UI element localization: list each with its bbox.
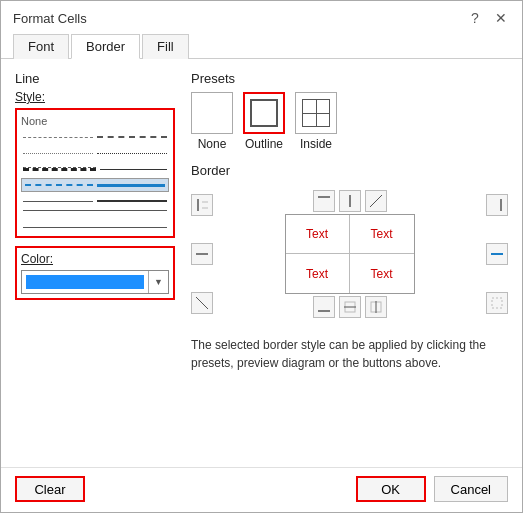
cancel-button[interactable]: Cancel bbox=[434, 476, 508, 502]
preset-none-label: None bbox=[198, 137, 227, 151]
svg-rect-15 bbox=[492, 298, 502, 308]
grid-cell-bl: Text bbox=[286, 254, 350, 293]
tab-border[interactable]: Border bbox=[71, 34, 140, 59]
border-none-icon bbox=[491, 297, 503, 309]
help-button[interactable]: ? bbox=[466, 9, 484, 27]
style-subsection-label: Style: bbox=[15, 90, 175, 104]
border-diag-icon bbox=[196, 297, 208, 309]
left-panel: Line Style: None bbox=[15, 71, 175, 455]
border-btn-right-outer[interactable] bbox=[486, 194, 508, 216]
presets-label: Presets bbox=[191, 71, 508, 86]
svg-line-4 bbox=[196, 297, 208, 309]
svg-line-7 bbox=[370, 195, 382, 207]
main-row: Line Style: None bbox=[15, 71, 508, 455]
title-bar: Format Cells ? ✕ bbox=[1, 1, 522, 27]
color-label: Color: bbox=[21, 252, 169, 266]
top-border-buttons bbox=[313, 190, 387, 212]
border-btn-vertical-mid[interactable] bbox=[339, 190, 361, 212]
border-btn-diag2[interactable] bbox=[365, 190, 387, 212]
border-bottom-icon bbox=[318, 301, 330, 313]
dialog-title: Format Cells bbox=[13, 11, 87, 26]
tab-font[interactable]: Font bbox=[13, 34, 69, 59]
border-btn-extra1[interactable] bbox=[339, 296, 361, 318]
border-btn-left-outer[interactable] bbox=[191, 194, 213, 216]
ok-button[interactable]: OK bbox=[356, 476, 426, 502]
border-right-icon bbox=[491, 199, 503, 211]
color-dropdown-arrow[interactable]: ▼ bbox=[148, 271, 168, 293]
color-section: Color: ▼ bbox=[15, 246, 175, 300]
footer: Clear OK Cancel bbox=[1, 467, 522, 512]
right-border-buttons bbox=[486, 190, 508, 318]
left-border-buttons bbox=[191, 190, 213, 318]
border-top-icon bbox=[318, 195, 330, 207]
border-btn-horizontal-mid[interactable] bbox=[191, 243, 213, 265]
style-row-1[interactable] bbox=[21, 130, 169, 144]
presets-row: None Outline bbox=[191, 92, 508, 151]
preset-none-box bbox=[191, 92, 233, 134]
style-row-selected[interactable] bbox=[21, 178, 169, 192]
border-btn-no-border[interactable] bbox=[486, 292, 508, 314]
close-button[interactable]: ✕ bbox=[492, 9, 510, 27]
grid-cell-br: Text bbox=[350, 254, 414, 293]
border-btn-bottom-outer[interactable] bbox=[313, 296, 335, 318]
style-row-none[interactable]: None bbox=[21, 114, 169, 128]
style-row-6[interactable] bbox=[21, 210, 169, 228]
preset-outline-inner bbox=[250, 99, 278, 127]
border-vmid-icon bbox=[344, 195, 356, 207]
border-btn-extra2[interactable] bbox=[365, 296, 387, 318]
grid-cell-tl: Text bbox=[286, 215, 350, 254]
color-dropdown[interactable]: ▼ bbox=[21, 270, 169, 294]
border-diagram-center: Text Text Text Text bbox=[217, 190, 482, 318]
tab-fill[interactable]: Fill bbox=[142, 34, 189, 59]
border-btn-color-line[interactable] bbox=[486, 243, 508, 265]
preset-inside-box bbox=[295, 92, 337, 134]
preset-inside[interactable]: Inside bbox=[295, 92, 337, 151]
tabs-bar: Font Border Fill bbox=[1, 27, 522, 59]
preset-inside-inner bbox=[302, 99, 330, 127]
presets-section: Presets None bbox=[191, 71, 508, 151]
border-btn-diag1[interactable] bbox=[191, 292, 213, 314]
content-area: Line Style: None bbox=[1, 59, 522, 467]
preset-outline-box bbox=[243, 92, 285, 134]
border-diag2-icon bbox=[370, 195, 382, 207]
preset-outline-label: Outline bbox=[245, 137, 283, 151]
border-left-icon bbox=[196, 199, 208, 211]
format-cells-dialog: Format Cells ? ✕ Font Border Fill Line S… bbox=[0, 0, 523, 513]
style-row-5[interactable] bbox=[21, 194, 169, 208]
preset-none[interactable]: None bbox=[191, 92, 233, 151]
border-innerhz-icon bbox=[344, 301, 356, 313]
style-row-3[interactable] bbox=[21, 162, 169, 176]
border-btn-top-outer[interactable] bbox=[313, 190, 335, 212]
style-row-2[interactable] bbox=[21, 146, 169, 160]
border-hmid-icon bbox=[196, 248, 208, 260]
bottom-border-buttons bbox=[313, 296, 387, 318]
border-section-label: Border bbox=[191, 163, 508, 178]
border-innervt-icon bbox=[370, 301, 382, 313]
title-bar-buttons: ? ✕ bbox=[466, 9, 510, 27]
style-line-none bbox=[51, 114, 169, 128]
grid-cell-tr: Text bbox=[350, 215, 414, 254]
clear-button[interactable]: Clear bbox=[15, 476, 85, 502]
color-swatch bbox=[26, 275, 144, 289]
preset-outline[interactable]: Outline bbox=[243, 92, 285, 151]
description-text: The selected border style can be applied… bbox=[191, 336, 508, 372]
none-label: None bbox=[21, 115, 51, 127]
line-style-box: None bbox=[15, 108, 175, 238]
right-panel: Presets None bbox=[191, 71, 508, 455]
line-section-label: Line bbox=[15, 71, 175, 86]
border-preview-grid[interactable]: Text Text Text Text bbox=[285, 214, 415, 294]
border-colorline-icon bbox=[491, 248, 503, 260]
preset-none-inner bbox=[198, 99, 226, 127]
preset-inside-label: Inside bbox=[300, 137, 332, 151]
border-diagram-wrapper: Text Text Text Text bbox=[191, 190, 508, 318]
